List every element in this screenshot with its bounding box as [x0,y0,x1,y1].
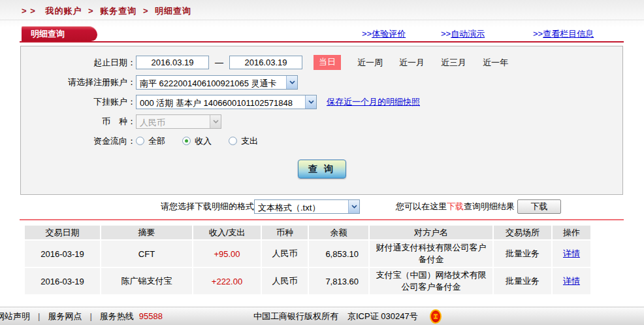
download-row: 请您选择下载明细的格式 文本格式（.txt） 您可以在这里下载查询明细结果 下载 [20,195,624,218]
sub-account-value: 000 活期 基本户 1406600101102571848 [137,95,305,109]
registered-account-select[interactable]: 南平 6222001406100921065 灵通卡 [136,75,298,90]
date-range-row: 起止日期： — 当日 近一周 近一月 近三月 近一年 [21,55,622,70]
footer-hotline-label: 服务热线 [100,311,134,322]
link-experience-evaluation[interactable]: >>体验评价 [362,28,406,40]
cell-counterparty: 财付通支付科技有限公司客户备付金 [370,241,492,267]
tab-label: 明细查询 [31,28,65,40]
header-currency: 币种 [262,226,308,239]
radio-icon [136,137,144,145]
table-header-row: 交易日期 摘要 收入/支出 币种 余额 对方户名 交易场所 操作 [25,226,590,239]
download-inline-link[interactable]: 下载 [447,201,464,213]
footer-icp: 京ICP证 030247号 [347,311,418,322]
header-summary: 摘要 [101,226,192,239]
date-range-label: 起止日期： [21,57,136,69]
transactions-table: 交易日期 摘要 收入/支出 币种 余额 对方户名 交易场所 操作 2016-03… [24,224,592,296]
detail-query-panel: 明细查询 >>体验评价 >>自动演示 >>查看栏目信息 起止日期： — 当日 近… [20,26,624,296]
today-filter-button[interactable]: 当日 [314,55,341,70]
date-to-input[interactable] [229,56,302,69]
footer-link-service-outlets[interactable]: 服务网点 [48,311,82,322]
download-format-select[interactable]: 文本格式（.txt） [254,199,360,214]
query-form: 起止日期： — 当日 近一周 近一月 近三月 近一年 请选择注册账户： 南平 6… [20,46,623,195]
footer-separator: | [89,311,91,321]
breadcrumb-item-detail-query[interactable]: 明细查询 [155,6,191,16]
page-footer: 网站声明 | 服务网点 | 服务热线 95588 中国工商银行版权所有 京ICP… [0,307,644,325]
breadcrumb: > > 我的账户 > 账务查询 > 明细查询 [22,5,191,17]
cell-venue: 批量业务 [494,241,551,267]
sub-account-select[interactable]: 000 活期 基本户 1406600101102571848 [136,95,317,109]
footer-hotline-number: 95588 [139,311,163,321]
flow-option-all[interactable]: 全部 [136,135,165,147]
footer-separator: | [38,311,40,321]
results-divider [20,219,624,220]
cell-amount: +222.00 [193,268,261,294]
chevron-down-icon [305,95,316,109]
header-trade-date: 交易日期 [25,226,100,239]
tab-underline [20,41,624,43]
date-range-dash: — [215,58,223,67]
link-auto-demo[interactable]: >>自动演示 [441,28,485,40]
download-format-value: 文本格式（.txt） [255,200,348,213]
detail-link[interactable]: 详情 [563,248,580,258]
date-from-input[interactable] [136,56,209,69]
cell-venue: 批量业务 [494,268,551,294]
flow-option-income[interactable]: 收入 [182,135,212,147]
download-hint-before: 您可以在这里 [396,201,447,213]
footer-copyright-group: 中国工商银行版权所有 京ICP证 030247号 [253,309,442,324]
footer-copyright: 中国工商银行版权所有 [253,311,338,322]
flow-option-label: 收入 [195,135,212,147]
link-prefix: >> [533,29,543,39]
download-format-group: 请您选择下载明细的格式 文本格式（.txt） [161,199,360,214]
flow-option-label: 支出 [241,135,258,147]
save-snapshot-link[interactable]: 保存近一个月的明细快照 [327,96,420,108]
link-prefix: >> [441,29,451,39]
fund-flow-row: 资金流向： 全部 收入 支出 [21,133,622,148]
breadcrumb-prefix: > > [22,6,36,16]
currency-select-disabled: 人民币 [136,114,221,129]
download-button[interactable]: 下载 [517,199,561,214]
cell-trade-date: 2016-03-19 [25,241,100,267]
header-venue: 交易场所 [494,226,551,239]
flow-option-label: 全部 [148,135,165,147]
tab-detail-query[interactable]: 明细查询 [22,26,97,41]
cell-summary: 陈广锦支付宝 [101,268,192,294]
registered-account-label: 请选择注册账户： [21,77,136,88]
range-last-week[interactable]: 近一周 [357,57,383,69]
download-format-label: 请您选择下载明细的格式 [161,201,254,213]
link-prefix: >> [362,29,372,39]
cell-balance: 6,853.10 [309,241,368,267]
cell-currency: 人民币 [262,268,308,294]
sub-account-label: 下挂账户： [21,96,136,108]
radio-icon [229,137,237,145]
flow-option-expense[interactable]: 支出 [229,135,258,147]
cell-balance: 7,813.60 [309,268,368,294]
header-action: 操作 [553,226,590,239]
breadcrumb-item-my-account[interactable]: 我的账户 [45,6,82,16]
query-button[interactable]: 查 询 [298,160,346,179]
radio-icon [182,137,191,145]
footer-link-site-statement[interactable]: 网站声明 [0,311,30,322]
footer-links: 网站声明 | 服务网点 | 服务热线 95588 [0,311,163,322]
range-last-3-months[interactable]: 近三月 [441,57,466,69]
range-last-year[interactable]: 近一年 [483,57,508,69]
cell-currency: 人民币 [262,241,308,267]
fund-flow-label: 资金流向： [21,135,136,147]
chevron-down-icon [210,115,221,128]
currency-value: 人民币 [137,115,210,128]
detail-link[interactable]: 详情 [563,276,580,286]
cell-amount: +95.00 [193,241,261,267]
query-button-row: 查 询 [21,160,622,179]
download-hint-after: 查询明细结果 [464,201,515,213]
table-row: 2016-03-19 陈广锦支付宝 +222.00 人民币 7,813.60 支… [25,268,590,294]
sub-account-row: 下挂账户： 000 活期 基本户 1406600101102571848 保存近… [21,94,622,109]
breadcrumb-separator: > [88,6,94,16]
table-row: 2016-03-19 CFT +95.00 人民币 6,853.10 财付通支付… [25,241,590,267]
range-last-month[interactable]: 近一月 [399,57,425,69]
breadcrumb-item-account-query[interactable]: 账务查询 [100,6,137,16]
header-income-expense: 收入/支出 [193,226,261,239]
chevron-down-icon [348,200,359,213]
chevron-down-icon [286,76,297,89]
cell-summary: CFT [101,241,192,267]
currency-row: 币 种： 人民币 [21,114,622,129]
header-balance: 余额 [309,226,368,239]
link-view-column-info[interactable]: >>查看栏目信息 [533,28,594,40]
